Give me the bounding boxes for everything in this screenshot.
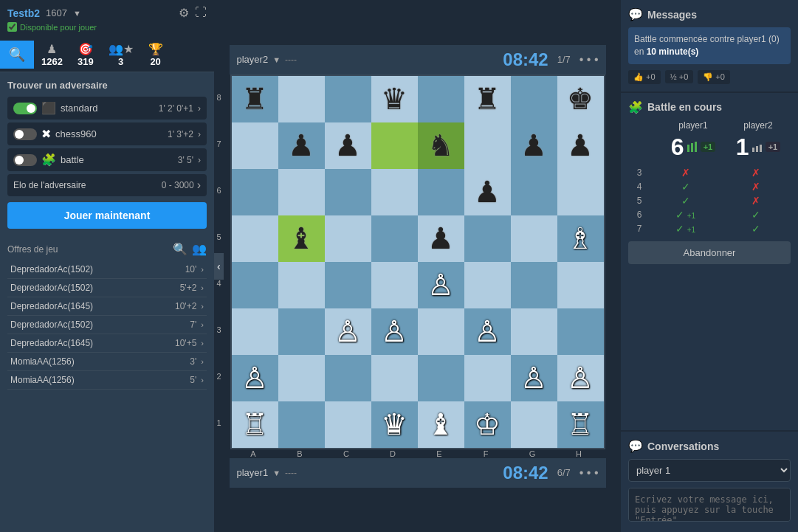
offer-item[interactable]: DepredadorAc(1502) 7' › bbox=[7, 316, 207, 334]
offer-item[interactable]: DepredadorAc(1645) 10'+5 › bbox=[7, 334, 207, 353]
cell-h3[interactable] bbox=[557, 308, 604, 355]
cell-e6[interactable] bbox=[418, 169, 464, 215]
offer-arrow[interactable]: › bbox=[201, 283, 204, 292]
cell-d5[interactable] bbox=[371, 215, 418, 262]
cell-a4[interactable] bbox=[232, 262, 278, 308]
player1-dropdown[interactable]: ▼ bbox=[272, 469, 281, 477]
elo-row[interactable]: Elo de l'adversaire 0 - 3000 › bbox=[7, 174, 207, 196]
cell-b4[interactable] bbox=[278, 262, 325, 308]
cell-f2[interactable] bbox=[464, 355, 511, 401]
cell-f1[interactable]: ♔ bbox=[464, 401, 511, 448]
cell-b6[interactable] bbox=[278, 169, 325, 215]
cell-a7[interactable] bbox=[232, 122, 278, 169]
offer-item[interactable]: DepredadorAc(1502) 5'+2 › bbox=[7, 279, 207, 297]
toggle-standard[interactable] bbox=[13, 103, 37, 114]
cell-c8[interactable] bbox=[325, 76, 371, 122]
cell-b3[interactable] bbox=[278, 308, 325, 355]
mode-chess960[interactable]: ✖ chess960 1' 3'+2 › bbox=[7, 122, 207, 145]
cell-g8[interactable] bbox=[511, 76, 557, 122]
cell-g6[interactable] bbox=[511, 169, 557, 215]
offer-item[interactable]: DepredadorAc(1502) 10' › bbox=[7, 260, 207, 279]
player2-name[interactable]: player2 bbox=[237, 54, 269, 65]
cell-e8[interactable] bbox=[418, 76, 464, 122]
cell-e2[interactable] bbox=[418, 355, 464, 401]
cell-a2[interactable]: ♙ bbox=[232, 355, 278, 401]
cell-e4[interactable]: ♙ bbox=[418, 262, 464, 308]
player2-options[interactable]: • • • bbox=[579, 53, 599, 66]
cell-g2[interactable]: ♙ bbox=[511, 355, 557, 401]
cell-f4[interactable] bbox=[464, 262, 511, 308]
cell-d4[interactable] bbox=[371, 262, 418, 308]
cell-f3[interactable]: ♙ bbox=[464, 308, 511, 355]
cell-d1[interactable]: ♛ bbox=[371, 401, 418, 448]
expand-icon[interactable]: ⛶ bbox=[195, 6, 207, 20]
offer-arrow[interactable]: › bbox=[201, 376, 204, 384]
battle-arrow[interactable]: › bbox=[198, 155, 201, 165]
cell-a3[interactable] bbox=[232, 308, 278, 355]
offer-arrow[interactable]: › bbox=[201, 302, 204, 311]
cell-a8[interactable]: ♜ bbox=[232, 76, 278, 122]
toggle-battle[interactable] bbox=[13, 154, 37, 166]
cell-c3[interactable]: ♙ bbox=[325, 308, 371, 355]
cell-c5[interactable] bbox=[325, 215, 371, 262]
cell-h5[interactable]: ♗ bbox=[557, 215, 604, 262]
offers-users-icon[interactable]: 👥 bbox=[192, 242, 207, 256]
cell-e5[interactable]: ♟ bbox=[418, 215, 464, 262]
cell-g7[interactable]: ♟ bbox=[511, 122, 557, 169]
cell-e7[interactable]: ♞ bbox=[418, 122, 464, 169]
cell-h8[interactable]: ♚ bbox=[557, 76, 604, 122]
cell-b1[interactable] bbox=[278, 401, 325, 448]
like-button[interactable]: 👍 +0 bbox=[628, 70, 661, 84]
stat-trophies[interactable]: 🏆 20 bbox=[141, 38, 171, 72]
collapse-sidebar-button[interactable]: ‹ bbox=[214, 253, 224, 280]
cell-d2[interactable] bbox=[371, 355, 418, 401]
cell-d3[interactable]: ♙ bbox=[371, 308, 418, 355]
cell-f7[interactable] bbox=[464, 122, 511, 169]
mode-standard[interactable]: ⬛ standard 1' 2' 0'+1 › bbox=[7, 97, 207, 120]
stat-games[interactable]: ♟ 1262 bbox=[34, 38, 70, 72]
stat-friends[interactable]: 👥★ 3 bbox=[101, 38, 141, 72]
offer-arrow[interactable]: › bbox=[201, 320, 204, 329]
cell-f5[interactable] bbox=[464, 215, 511, 262]
player1-options[interactable]: • • • bbox=[579, 466, 599, 480]
toggle-chess960[interactable] bbox=[13, 128, 37, 140]
cell-c7[interactable]: ♟ bbox=[325, 122, 371, 169]
search-button[interactable]: 🔍 bbox=[0, 41, 34, 69]
dislike-button[interactable]: 👎 +0 bbox=[698, 70, 730, 84]
cell-d6[interactable] bbox=[371, 169, 418, 215]
cell-d8[interactable]: ♛ bbox=[371, 76, 418, 122]
username[interactable]: Testb2 bbox=[7, 7, 40, 19]
settings-icon[interactable]: ⚙ bbox=[179, 6, 189, 20]
offer-item[interactable]: MomiaAA(1256) 3' › bbox=[7, 353, 207, 371]
elo-arrow[interactable]: › bbox=[197, 179, 201, 192]
player2-dropdown[interactable]: ▼ bbox=[272, 55, 281, 64]
cell-a5[interactable] bbox=[232, 215, 278, 262]
cell-b8[interactable] bbox=[278, 76, 325, 122]
cell-h2[interactable]: ♙ bbox=[557, 355, 604, 401]
cell-g3[interactable] bbox=[511, 308, 557, 355]
play-button[interactable]: Jouer maintenant bbox=[7, 202, 207, 229]
cell-h4[interactable] bbox=[557, 262, 604, 308]
player1-name[interactable]: player1 bbox=[237, 467, 269, 478]
cell-a1[interactable]: ♖ bbox=[232, 401, 278, 448]
cell-a6[interactable] bbox=[232, 169, 278, 215]
cell-f6[interactable]: ♟ bbox=[464, 169, 511, 215]
cell-c4[interactable] bbox=[325, 262, 371, 308]
chess960-arrow[interactable]: › bbox=[198, 129, 201, 139]
cell-g1[interactable] bbox=[511, 401, 557, 448]
offers-search-icon[interactable]: 🔍 bbox=[173, 242, 188, 256]
cell-c2[interactable] bbox=[325, 355, 371, 401]
abandon-button[interactable]: Abandonner bbox=[628, 241, 791, 264]
conversation-select[interactable]: player 1 bbox=[628, 459, 791, 482]
cell-g4[interactable] bbox=[511, 262, 557, 308]
cell-h7[interactable]: ♟ bbox=[557, 122, 604, 169]
cell-g5[interactable] bbox=[511, 215, 557, 262]
cell-c6[interactable] bbox=[325, 169, 371, 215]
offer-arrow[interactable]: › bbox=[201, 339, 204, 348]
cell-h1[interactable]: ♖ bbox=[557, 401, 604, 448]
offer-item[interactable]: DepredadorAc(1645) 10'+2 › bbox=[7, 297, 207, 316]
mode-battle[interactable]: 🧩 battle 3' 5' › bbox=[7, 148, 207, 171]
cell-h6[interactable] bbox=[557, 169, 604, 215]
cell-d7[interactable] bbox=[371, 122, 418, 169]
offer-arrow[interactable]: › bbox=[201, 357, 204, 366]
